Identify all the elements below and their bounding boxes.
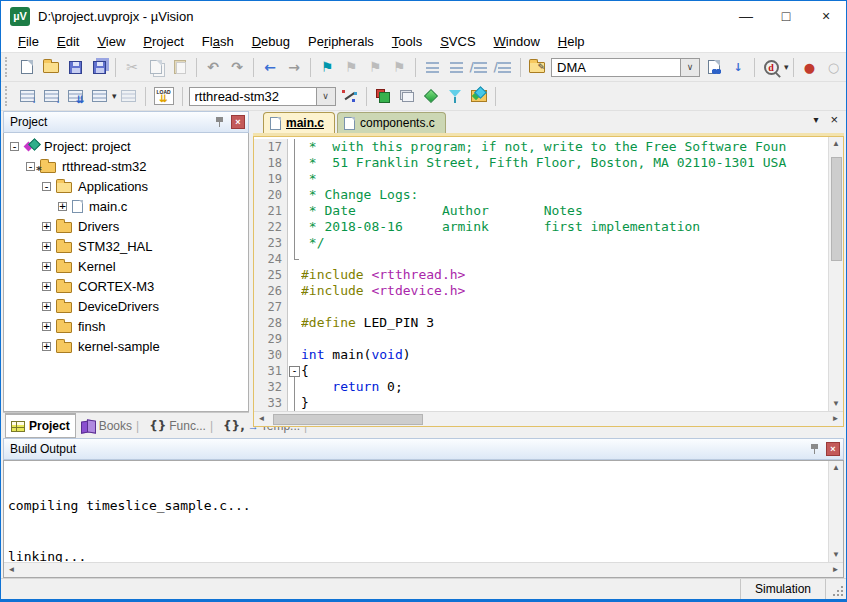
tree-item-kernel[interactable]: Kernel (4, 256, 248, 276)
redo-button[interactable]: ↷ (225, 55, 249, 79)
menu-window[interactable]: Window (485, 32, 549, 51)
expander-icon[interactable] (42, 282, 51, 291)
menu-file[interactable]: File (9, 32, 48, 51)
expander-icon[interactable] (58, 202, 67, 211)
tree-item-kernel-sample[interactable]: kernel-sample (4, 336, 248, 356)
menu-flash[interactable]: Flash (193, 32, 243, 51)
menu-svcs[interactable]: SVCS (431, 32, 484, 51)
bookmark-clear-button[interactable]: ⚑ (387, 55, 411, 79)
find-in-files-button[interactable]: ✎ (525, 55, 549, 79)
menu-view[interactable]: View (88, 32, 134, 51)
expander-icon[interactable] (42, 262, 51, 271)
open-file-button[interactable] (39, 55, 63, 79)
tree-item-main-c[interactable]: main.c (4, 196, 248, 216)
incremental-find-button[interactable]: ↓ (726, 55, 750, 79)
scroll-down-icon[interactable]: ▼ (829, 397, 844, 411)
cut-button[interactable]: ✂ (120, 55, 144, 79)
scroll-left-icon[interactable]: ◄ (4, 563, 19, 577)
expander-icon[interactable] (42, 182, 51, 191)
bookmark-next-button[interactable]: ⚑ (363, 55, 387, 79)
tree-item-drivers[interactable]: Drivers (4, 216, 248, 236)
code-view[interactable]: 17 * with this program; if not, write to… (254, 137, 828, 411)
build-horizontal-scrollbar[interactable]: ◄ ► (4, 562, 843, 577)
scroll-left-icon[interactable]: ◄ (254, 412, 269, 426)
resize-grip[interactable] (826, 579, 846, 599)
bookmark-toggle-button[interactable]: ⚑ (315, 55, 339, 79)
tab-list-button[interactable]: ▾ (813, 114, 818, 125)
stop-build-button[interactable] (117, 84, 141, 108)
fold-margin[interactable] (288, 363, 301, 379)
pin-icon[interactable] (809, 443, 820, 455)
windows-layout-button[interactable] (395, 84, 419, 108)
download-button[interactable]: LOAD ⇊ (150, 84, 178, 108)
breakpoint-disable-button[interactable]: ○ (822, 55, 846, 79)
scrollbar-thumb[interactable] (273, 414, 423, 425)
fold-margin[interactable] (288, 347, 301, 363)
fold-margin[interactable] (288, 219, 301, 235)
debug-dropdown-caret[interactable]: ▾ (784, 62, 789, 72)
save-all-button[interactable] (87, 55, 111, 79)
undo-button[interactable]: ↶ (201, 55, 225, 79)
tab-close-button[interactable]: × (830, 112, 838, 127)
scroll-up-icon[interactable]: ▲ (829, 137, 844, 151)
minimize-button[interactable]: — (726, 2, 766, 31)
scroll-right-icon[interactable]: ► (828, 563, 843, 577)
navigate-forward-button[interactable]: → (282, 55, 306, 79)
manage-rte-button[interactable] (371, 84, 395, 108)
copy-button[interactable] (144, 55, 168, 79)
find-button[interactable] (702, 55, 726, 79)
save-button[interactable] (63, 55, 87, 79)
build-vertical-scrollbar[interactable]: ▲ ▼ (828, 461, 843, 562)
indent-button[interactable] (420, 55, 444, 79)
uncomment-button[interactable] (492, 55, 516, 79)
tab-components-c[interactable]: components.c (337, 112, 446, 133)
editor-horizontal-scrollbar[interactable]: ◄ ► (254, 411, 843, 426)
fold-margin[interactable] (288, 139, 301, 155)
fold-margin[interactable] (288, 187, 301, 203)
tree-item-devicedrivers[interactable]: DeviceDrivers (4, 296, 248, 316)
menu-edit[interactable]: Edit (48, 32, 88, 51)
manage-project-items-button[interactable] (467, 84, 491, 108)
fold-margin[interactable] (288, 395, 301, 411)
menu-peripherals[interactable]: Peripherals (299, 32, 383, 51)
target-options-button[interactable] (338, 84, 362, 108)
translate-button[interactable]: ↓ (15, 84, 39, 108)
search-input[interactable] (551, 58, 681, 77)
expander-icon[interactable] (42, 302, 51, 311)
editor-vertical-scrollbar[interactable]: ▲ ▼ (828, 137, 843, 411)
scroll-down-icon[interactable]: ▼ (829, 548, 844, 562)
tab-project[interactable]: Project (5, 413, 76, 438)
toolbar-grip[interactable] (5, 86, 12, 106)
expander-icon[interactable] (42, 342, 51, 351)
expander-icon[interactable] (42, 222, 51, 231)
batch-build-button[interactable] (87, 84, 111, 108)
build-output-close-button[interactable]: × (826, 442, 840, 456)
debug-session-button[interactable]: d (759, 55, 783, 79)
toolbar-grip[interactable] (5, 57, 12, 77)
fold-margin[interactable] (288, 331, 301, 347)
pin-icon[interactable] (214, 116, 225, 128)
tree-item-stm32-hal[interactable]: STM32_HAL (4, 236, 248, 256)
fold-margin[interactable] (288, 251, 301, 267)
scrollbar-thumb[interactable] (831, 157, 842, 261)
project-panel-close-button[interactable]: × (231, 115, 245, 129)
build-output-text[interactable]: compiling timeslice_sample.c... linking.… (4, 461, 828, 562)
menu-debug[interactable]: Debug (243, 32, 299, 51)
target-select-input[interactable] (189, 87, 317, 106)
bookmark-previous-button[interactable]: ⚑ (339, 55, 363, 79)
breakpoint-toggle-button[interactable]: ● (798, 55, 822, 79)
tree-item-finsh[interactable]: finsh (4, 316, 248, 336)
search-dropdown-button[interactable]: ∨ (681, 58, 700, 77)
maximize-button[interactable]: □ (766, 2, 806, 31)
tree-item-project-root[interactable]: Project: project (4, 136, 248, 156)
fold-margin[interactable] (288, 235, 301, 251)
fold-margin[interactable] (288, 283, 301, 299)
tab-main-c[interactable]: main.c (263, 112, 335, 133)
rebuild-button[interactable]: ⇊ (63, 84, 87, 108)
menu-tools[interactable]: Tools (383, 32, 431, 51)
fold-margin[interactable] (288, 299, 301, 315)
unindent-button[interactable] (444, 55, 468, 79)
scroll-up-icon[interactable]: ▲ (829, 461, 844, 475)
fold-margin[interactable] (288, 267, 301, 283)
fold-margin[interactable] (288, 315, 301, 331)
